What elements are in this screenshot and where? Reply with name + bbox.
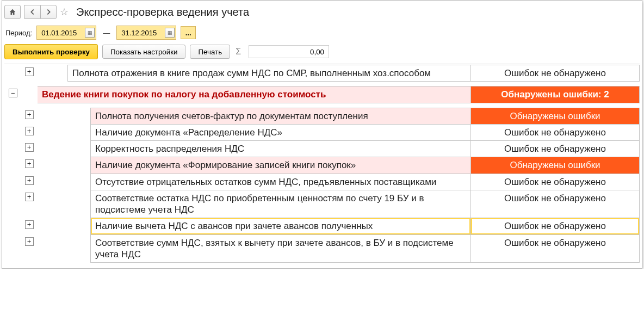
row-title: Соответствие сумм НДС, взятых к вычету п… <box>91 234 471 263</box>
home-icon <box>9 8 16 16</box>
row-title: Наличие документа «Распределение НДС» <box>91 124 471 140</box>
date-to-input[interactable] <box>120 28 165 38</box>
row-title: Соответствие остатка НДС по приобретенны… <box>91 190 471 218</box>
date-from-box: ▦ <box>36 26 96 40</box>
expand-toggle[interactable]: + <box>25 143 34 152</box>
expand-toggle[interactable]: + <box>25 127 34 135</box>
expand-toggle[interactable]: + <box>25 193 34 201</box>
group-status: Обнаружены ошибки: 2 <box>471 86 640 103</box>
expand-toggle[interactable]: + <box>25 237 34 246</box>
calendar-icon[interactable]: ▦ <box>85 28 95 38</box>
row-title: Наличие документа «Формирование записей … <box>91 157 471 174</box>
arrow-left-icon <box>29 8 36 16</box>
row-status: Ошибок не обнаружено <box>471 124 640 140</box>
expand-toggle[interactable]: + <box>25 176 34 185</box>
date-from-input[interactable] <box>40 28 85 38</box>
favorite-icon[interactable]: ☆ <box>60 6 69 18</box>
calendar-icon[interactable]: ▦ <box>165 28 175 38</box>
row-status: Ошибок не обнаружено <box>471 190 640 218</box>
sigma-icon: Σ <box>236 47 241 57</box>
row-status: Ошибок не обнаружено <box>471 141 640 157</box>
page-title: Экспресс-проверка ведения учета <box>76 6 249 18</box>
row-status: Ошибок не обнаружено <box>471 174 640 190</box>
expand-toggle[interactable]: − <box>9 89 17 97</box>
date-dash: — <box>103 29 110 37</box>
row-title: Полнота получения счетов-фактур по докум… <box>91 108 471 124</box>
row-status: Обнаружены ошибки <box>471 108 640 124</box>
expand-toggle[interactable]: + <box>25 67 34 76</box>
row-title: Отсутствие отрицательных остатков сумм Н… <box>91 174 471 190</box>
row-status: Ошибок не обнаружено <box>471 234 640 263</box>
expand-toggle[interactable]: + <box>25 159 34 168</box>
expand-toggle[interactable]: + <box>25 220 34 229</box>
back-button[interactable] <box>24 5 40 19</box>
report-area: +Полнота отражения в книге продаж сумм Н… <box>4 64 640 263</box>
sum-input[interactable] <box>249 45 329 58</box>
row-title: Наличие вычета НДС с авансов при зачете … <box>91 218 471 234</box>
row-status: Обнаружены ошибки <box>471 157 640 174</box>
date-to-box: ▦ <box>116 26 176 40</box>
run-check-button[interactable]: Выполнить проверку <box>4 44 98 59</box>
forward-button[interactable] <box>40 5 57 19</box>
home-button[interactable] <box>4 5 21 19</box>
group-title: Ведение книги покупок по налогу на добав… <box>38 86 471 103</box>
show-settings-button[interactable]: Показать настройки <box>102 45 185 59</box>
row-status: Ошибок не обнаружено <box>471 218 640 234</box>
print-button[interactable]: Печать <box>190 45 230 59</box>
expand-toggle[interactable]: + <box>25 110 34 119</box>
row-title: Полнота отражения в книге продаж сумм НД… <box>68 65 471 82</box>
row-status: Ошибок не обнаружено <box>471 65 640 82</box>
period-picker-button[interactable]: ... <box>181 26 196 39</box>
row-title: Корректность распределения НДС <box>91 141 471 157</box>
period-label: Период: <box>5 29 32 37</box>
arrow-right-icon <box>45 8 52 16</box>
nav-buttons <box>24 5 57 19</box>
